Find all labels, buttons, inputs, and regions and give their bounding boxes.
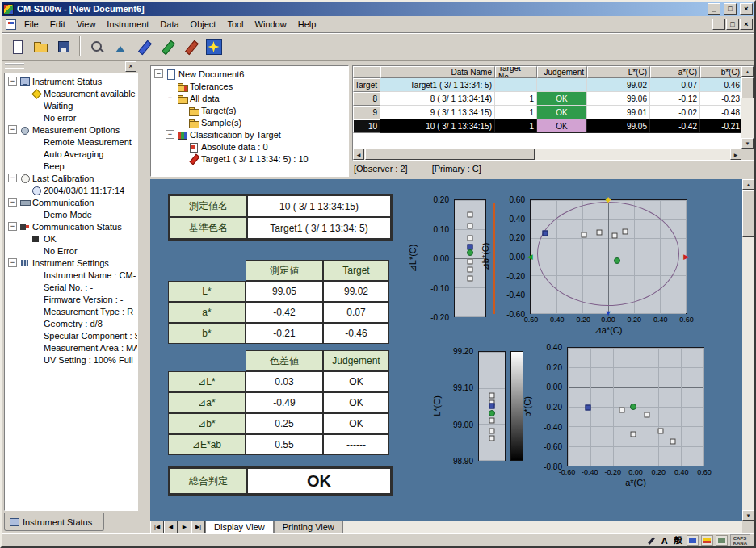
caps-kana-indicator[interactable]: CAPS KANA	[730, 534, 750, 547]
instrument-tree-item[interactable]: −Last Calibration	[5, 172, 137, 184]
ime-input-mode[interactable]: A	[659, 536, 670, 546]
tab-nav-last-button[interactable]: ▶|	[191, 521, 205, 533]
document-icon[interactable]	[6, 19, 16, 30]
panel-close-icon[interactable]: ×	[125, 61, 136, 72]
instrument-tree-item[interactable]: Beep	[5, 160, 137, 172]
maximize-button[interactable]: □	[724, 3, 737, 15]
document-tree-item[interactable]: Sample(s)	[151, 116, 348, 128]
scroll-thumb[interactable]	[742, 190, 754, 237]
toolbar-remote-measure-button[interactable]	[203, 36, 225, 58]
scroll-right-icon[interactable]: ▶	[730, 149, 741, 160]
collapse-icon[interactable]: −	[8, 258, 17, 267]
instrument-tree-item[interactable]: No Error	[5, 245, 137, 257]
table-row[interactable]: 99 ( 3/ 1 13:34:15)1OK99.01-0.02-0.48	[353, 106, 741, 119]
toolbar-measure-target-button[interactable]	[132, 36, 154, 58]
scroll-thumb[interactable]	[365, 149, 535, 160]
instrument-tree-item[interactable]: Measurement Type : R	[5, 305, 137, 317]
instrument-tree-item[interactable]: −Communication Status	[5, 220, 137, 232]
document-tree-item[interactable]: −New Document6	[151, 68, 348, 80]
menu-edit[interactable]: Edit	[44, 18, 71, 31]
toolbar-new-document-button[interactable]	[6, 36, 27, 58]
column-header[interactable]: L*(C)	[587, 66, 650, 78]
column-header[interactable]: Target No.	[495, 66, 537, 78]
menu-help[interactable]: Help	[292, 18, 322, 31]
panel-header[interactable]: ×	[3, 61, 147, 72]
instrument-tree-item[interactable]: Measurement available	[5, 87, 137, 99]
instrument-tree-item[interactable]: −Communication	[5, 196, 137, 208]
instrument-tree-item[interactable]: OK	[5, 232, 137, 245]
child-restore-button[interactable]: □	[726, 19, 739, 30]
menu-object[interactable]: Object	[185, 18, 222, 31]
menu-data[interactable]: Data	[154, 18, 184, 31]
instrument-tree-item[interactable]: Instrument Name : CM-	[5, 269, 137, 281]
collapse-icon[interactable]: −	[8, 125, 17, 134]
instrument-tree-item[interactable]: Serial No. : -	[5, 281, 137, 293]
scroll-up-icon[interactable]: ▲	[741, 66, 754, 77]
title-bar[interactable]: CM-S100w - [New Document6] _ □ ×	[2, 2, 754, 16]
list-vertical-scrollbar[interactable]: ▲ ▼	[741, 66, 754, 149]
view-horizontal-scrollbar[interactable]	[343, 521, 742, 533]
tab-printing-view[interactable]: Printing View	[274, 521, 343, 533]
instrument-tree-item[interactable]: −Instrument Status	[5, 75, 137, 87]
column-header[interactable]: a*(C)	[650, 66, 700, 78]
toolbar-open-button[interactable]	[29, 36, 51, 58]
column-header[interactable]: Judgement	[537, 66, 587, 78]
ime-pen-icon[interactable]	[646, 536, 657, 546]
document-tree-item[interactable]: Tolerances	[151, 80, 348, 92]
menu-window[interactable]: Window	[250, 18, 292, 31]
row-header[interactable]: Target	[353, 78, 380, 92]
scroll-down-icon[interactable]: ▼	[742, 510, 754, 521]
menu-instrument[interactable]: Instrument	[101, 18, 154, 31]
instrument-tree-item[interactable]: Measurement Area : MA	[5, 341, 137, 353]
scroll-up-icon[interactable]: ▲	[742, 179, 754, 190]
ime-pad-icon[interactable]	[687, 535, 699, 546]
document-tree-item[interactable]: Absolute data : 0	[151, 140, 348, 153]
toolbar-save-button[interactable]	[52, 36, 74, 58]
menu-file[interactable]: File	[19, 18, 44, 31]
document-tree-item[interactable]: −All data	[151, 92, 348, 104]
toolbar-measure-interval-button[interactable]	[179, 36, 201, 58]
minimize-button[interactable]: _	[708, 3, 720, 15]
child-minimize-button[interactable]: _	[712, 19, 725, 30]
table-row[interactable]: TargetTarget1 ( 3/ 1 13:34: 5)----------…	[353, 78, 741, 92]
menu-tool[interactable]: Tool	[221, 18, 249, 31]
document-tree-item[interactable]: Target1 ( 3/ 1 13:34: 5) : 10	[151, 153, 348, 165]
instrument-tree-item[interactable]: −Measurement Options	[5, 123, 137, 136]
collapse-icon[interactable]: −	[8, 77, 17, 86]
collapse-icon[interactable]: −	[8, 198, 17, 207]
document-tree-item[interactable]: Target(s)	[151, 104, 348, 116]
ime-tools-icon[interactable]	[716, 535, 728, 546]
instrument-tree-item[interactable]: Auto Averaging	[5, 148, 137, 160]
ime-conversion-mode[interactable]: 般	[673, 534, 684, 546]
tab-nav-first-button[interactable]: |◀	[150, 521, 164, 533]
instrument-tree-item[interactable]: No error	[5, 111, 137, 123]
instrument-tree-item[interactable]: Waiting	[5, 99, 137, 111]
ime-dictionary-icon[interactable]	[701, 535, 713, 546]
instrument-tree-item[interactable]: 2004/03/01 11:17:14	[5, 184, 137, 196]
collapse-icon[interactable]: −	[166, 94, 174, 102]
close-button[interactable]: ×	[740, 3, 753, 15]
child-close-button[interactable]: ×	[740, 19, 753, 30]
instrument-tree-item[interactable]: −Instrument Settings	[5, 257, 137, 269]
panel-grip-icon[interactable]	[5, 63, 24, 69]
menu-view[interactable]: View	[71, 18, 102, 31]
tab-display-view[interactable]: Display View	[205, 521, 274, 533]
collapse-icon[interactable]: −	[154, 69, 163, 78]
toolbar-upload-data-button[interactable]	[109, 36, 131, 58]
row-header[interactable]: 8	[353, 92, 380, 106]
instrument-tree-item[interactable]: Firmware Version : -	[5, 293, 137, 305]
tab-nav-prev-button[interactable]: ◀	[164, 521, 178, 533]
column-header[interactable]	[353, 66, 380, 78]
scroll-down-icon[interactable]: ▼	[741, 138, 754, 149]
instrument-tree-item[interactable]: Specular Component : S	[5, 329, 137, 341]
toolbar-calibration-button[interactable]	[86, 36, 107, 58]
instrument-tree-item[interactable]: Remote Measurement	[5, 136, 137, 148]
row-header[interactable]: 10	[353, 119, 380, 133]
table-row[interactable]: 1010 ( 3/ 1 13:34:15)1OK99.05-0.42-0.21	[353, 119, 741, 133]
collapse-icon[interactable]: −	[166, 130, 174, 139]
tab-nav-next-button[interactable]: ▶	[178, 521, 191, 533]
scroll-left-icon[interactable]: ◀	[353, 149, 364, 160]
toolbar-measure-sample-button[interactable]	[156, 36, 178, 58]
instrument-tree-item[interactable]: Geometry : d/8	[5, 317, 137, 329]
tab-instrument-status[interactable]: Instrument Status	[4, 513, 104, 531]
